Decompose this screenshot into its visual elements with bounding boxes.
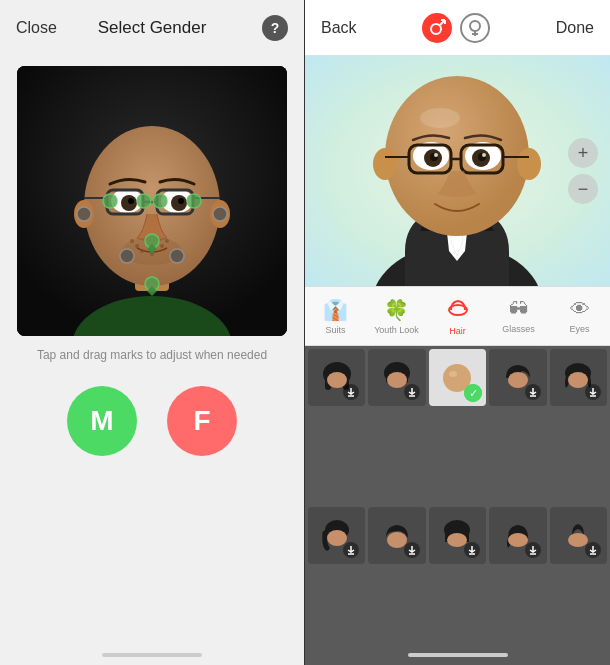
home-indicator-left — [102, 653, 202, 657]
left-title: Select Gender — [98, 18, 207, 38]
avatar-area: + − — [305, 56, 610, 286]
svg-point-62 — [420, 108, 460, 128]
home-indicator-right — [408, 653, 508, 657]
close-button[interactable]: Close — [16, 19, 57, 37]
gender-icons — [422, 13, 490, 43]
zoom-controls: + − — [568, 138, 598, 204]
svg-point-10 — [128, 198, 134, 204]
tab-suits[interactable]: 👔 Suits — [305, 287, 366, 345]
back-button[interactable]: Back — [321, 19, 357, 37]
face-photo-container — [17, 66, 287, 336]
zoom-in-button[interactable]: + — [568, 138, 598, 168]
hair-item-5[interactable] — [550, 349, 607, 406]
suits-label: Suits — [325, 325, 345, 335]
tab-eyes[interactable]: 👁 Eyes — [549, 287, 610, 345]
right-header: Back Done — [305, 0, 610, 56]
download-icon-1 — [343, 384, 359, 400]
right-panel: Back Done — [305, 0, 610, 665]
svg-point-48 — [517, 148, 541, 180]
svg-point-36 — [431, 24, 441, 34]
download-icon-2 — [404, 384, 420, 400]
svg-point-74 — [443, 364, 471, 392]
download-icon-5 — [585, 384, 601, 400]
tab-glasses[interactable]: 🕶 Glasses — [488, 287, 549, 345]
download-icon-6 — [343, 542, 359, 558]
svg-point-72 — [387, 372, 407, 388]
svg-point-79 — [568, 372, 588, 388]
hair-item-4[interactable] — [489, 349, 546, 406]
hair-item-9[interactable] — [489, 507, 546, 564]
svg-point-75 — [449, 371, 457, 377]
hair-item-2[interactable] — [368, 349, 425, 406]
eyes-icon: 👁 — [570, 298, 590, 321]
download-icon-9 — [525, 542, 541, 558]
svg-point-67 — [327, 372, 347, 388]
hair-grid: ✓ — [305, 346, 610, 665]
left-header: Close Select Gender ? — [0, 0, 304, 56]
glasses-icon: 🕶 — [509, 298, 529, 321]
svg-point-22 — [160, 244, 164, 248]
hair-item-3[interactable]: ✓ — [429, 349, 486, 406]
eyes-label: Eyes — [569, 324, 589, 334]
suits-icon: 👔 — [323, 298, 348, 322]
zoom-out-button[interactable]: − — [568, 174, 598, 204]
svg-point-24 — [103, 194, 117, 208]
svg-point-11 — [178, 198, 184, 204]
svg-point-56 — [482, 153, 486, 157]
svg-point-47 — [373, 148, 397, 180]
svg-point-27 — [187, 194, 201, 208]
svg-point-40 — [470, 21, 480, 31]
glasses-label: Glasses — [502, 324, 535, 334]
help-button[interactable]: ? — [262, 15, 288, 41]
svg-point-92 — [568, 533, 588, 547]
done-button[interactable]: Done — [556, 19, 594, 37]
svg-point-76 — [508, 372, 528, 388]
svg-point-19 — [135, 244, 139, 248]
selected-checkmark: ✓ — [464, 384, 482, 402]
face-svg — [17, 66, 287, 336]
youth-look-icon: 🍀 — [384, 298, 409, 322]
male-icon[interactable] — [422, 13, 452, 43]
hair-icon — [447, 296, 469, 323]
svg-point-21 — [165, 239, 169, 243]
tap-instruction: Tap and drag marks to adjust when needed — [37, 348, 267, 362]
hair-item-8[interactable] — [429, 507, 486, 564]
tab-hair[interactable]: Hair — [427, 287, 488, 345]
left-panel: Close Select Gender ? — [0, 0, 304, 665]
hair-item-7[interactable] — [368, 507, 425, 564]
download-icon-10 — [585, 542, 601, 558]
svg-point-90 — [508, 533, 528, 547]
download-icon-8 — [464, 542, 480, 558]
avatar-svg — [305, 56, 610, 286]
gender-buttons: M F — [67, 386, 237, 456]
svg-point-82 — [327, 530, 347, 546]
face-photo — [17, 66, 287, 336]
hair-item-6[interactable] — [308, 507, 365, 564]
svg-point-29 — [213, 207, 227, 221]
female-icon[interactable] — [460, 13, 490, 43]
download-icon-7 — [404, 542, 420, 558]
svg-point-20 — [140, 249, 144, 253]
svg-point-33 — [170, 249, 184, 263]
svg-point-26 — [153, 194, 167, 208]
download-icon-4 — [525, 384, 541, 400]
youth-look-label: Youth Look — [374, 325, 419, 335]
tab-youth-look[interactable]: 🍀 Youth Look — [366, 287, 427, 345]
svg-point-18 — [130, 239, 134, 243]
female-button[interactable]: F — [167, 386, 237, 456]
svg-point-55 — [434, 153, 438, 157]
tab-bar: 👔 Suits 🍀 Youth Look Hair 🕶 Glasses 👁 Ey… — [305, 286, 610, 346]
hair-item-1[interactable] — [308, 349, 365, 406]
hair-item-10[interactable] — [550, 507, 607, 564]
svg-point-32 — [120, 249, 134, 263]
hair-label: Hair — [449, 326, 466, 336]
svg-point-25 — [137, 194, 151, 208]
svg-point-28 — [77, 207, 91, 221]
male-button[interactable]: M — [67, 386, 137, 456]
